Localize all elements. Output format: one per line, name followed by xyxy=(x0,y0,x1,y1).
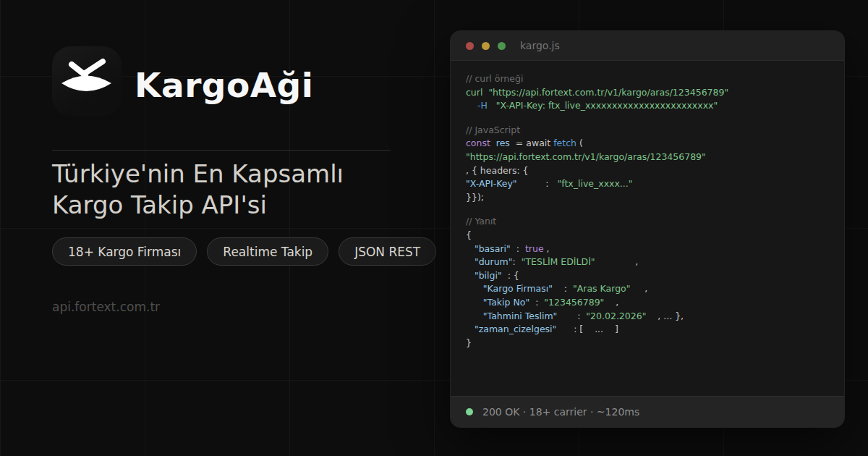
badge-realtime: Realtime Takip xyxy=(207,237,328,266)
code-line: -H "X-API-Key: ftx_live_xxxxxxxxxxxxxxxx… xyxy=(466,100,829,114)
code-block: // curl örneğicurl "https://api.fortext.… xyxy=(451,62,844,396)
window-titlebar: kargo.js xyxy=(451,31,844,61)
code-line: "Tahmini Teslim" : "20.02.2026" , ... }, xyxy=(466,311,829,324)
code-line: const res = await fetch ( xyxy=(466,138,829,151)
code-line: // JavaScript xyxy=(466,124,829,138)
code-line: "zaman_cizelgesi" : [ ... ] xyxy=(466,324,829,337)
code-line: // curl örneği xyxy=(466,73,829,87)
window-zoom-icon[interactable] xyxy=(498,42,506,50)
brand-logo xyxy=(52,46,122,116)
code-editor-window: kargo.js // curl örneğicurl "https://api… xyxy=(450,30,845,428)
window-close-icon[interactable] xyxy=(466,42,474,50)
badge-json-rest: JSON REST xyxy=(339,237,436,266)
status-text: 200 OK · 18+ carrier · ~120ms xyxy=(482,406,639,418)
status-bar: 200 OK · 18+ carrier · ~120ms xyxy=(451,396,844,427)
code-line: { xyxy=(466,229,829,243)
brand-name: KargoAği xyxy=(135,65,313,105)
page-title-line1: Türkiye'nin En Kapsamlı xyxy=(52,159,344,188)
page-title-line2: Kargo Takip API'si xyxy=(52,190,267,219)
website-url: api.fortext.com.tr xyxy=(52,300,160,314)
code-line xyxy=(466,114,829,124)
code-line: } xyxy=(466,337,829,351)
code-line: "https://api.fortext.com.tr/v1/kargo/ara… xyxy=(466,151,829,165)
code-line: "X-API-Key" : "ftx_live_xxxx..." xyxy=(466,178,829,192)
ufo-saucer-icon xyxy=(52,46,122,116)
code-line: curl "https://api.fortext.com.tr/v1/karg… xyxy=(466,87,829,101)
code-line xyxy=(466,205,829,216)
badge-carriers: 18+ Kargo Firması xyxy=(52,237,197,266)
page-title: Türkiye'nin En Kapsamlı Kargo Takip API'… xyxy=(52,159,344,221)
status-ok-icon xyxy=(466,408,473,415)
code-line: , { headers: { xyxy=(466,165,829,179)
badge-row: 18+ Kargo Firması Realtime Takip JSON RE… xyxy=(52,237,436,266)
code-line: "Kargo Firması" : "Aras Kargo" , xyxy=(466,283,829,297)
code-line: // Yanıt xyxy=(466,216,829,229)
code-line: "basari" : true , xyxy=(466,243,829,257)
window-minimize-icon[interactable] xyxy=(482,42,490,50)
code-line: "durum": "TESLİM EDİLDİ" , xyxy=(466,256,829,270)
code-line: "bilgi" : { xyxy=(466,270,829,284)
code-line: }}); xyxy=(466,192,829,206)
divider xyxy=(52,150,391,151)
code-line: "Takip No" : "123456789" , xyxy=(466,297,829,311)
filename-label: kargo.js xyxy=(520,40,560,51)
